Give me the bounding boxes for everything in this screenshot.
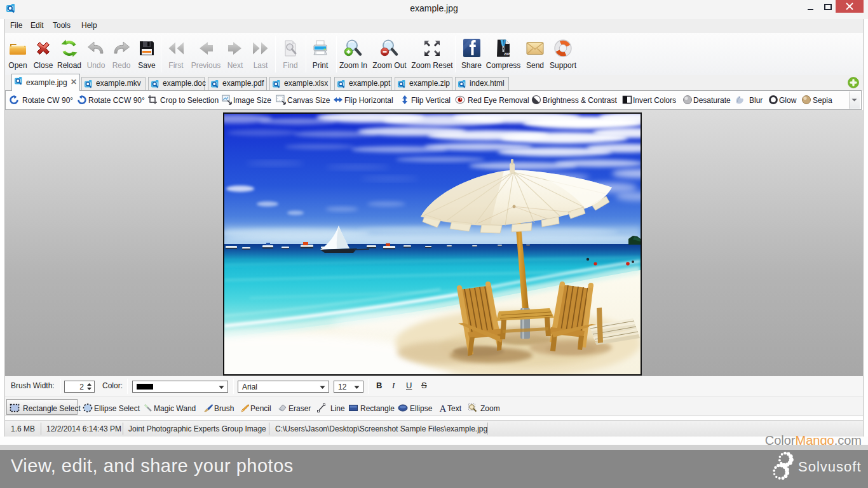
svg-text:A: A (440, 403, 447, 414)
